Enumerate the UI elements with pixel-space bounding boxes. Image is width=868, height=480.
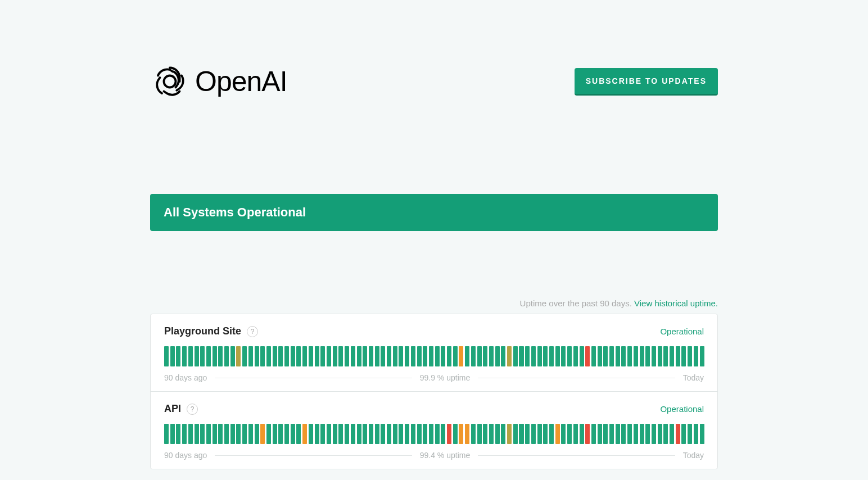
uptime-day-bar[interactable] — [266, 424, 271, 444]
uptime-day-bar[interactable] — [273, 346, 277, 366]
uptime-day-bar[interactable] — [381, 346, 385, 366]
uptime-day-bar[interactable] — [411, 424, 415, 444]
uptime-day-bar[interactable] — [357, 346, 361, 366]
uptime-day-bar[interactable] — [248, 424, 253, 444]
uptime-day-bar[interactable] — [260, 346, 265, 366]
uptime-day-bar[interactable] — [694, 424, 698, 444]
uptime-day-bar[interactable] — [525, 424, 530, 444]
uptime-day-bar[interactable] — [645, 424, 650, 444]
uptime-day-bar[interactable] — [561, 424, 566, 444]
uptime-day-bar[interactable] — [206, 346, 211, 366]
uptime-day-bar[interactable] — [195, 346, 199, 366]
uptime-day-bar[interactable] — [369, 424, 373, 444]
uptime-day-bar[interactable] — [224, 346, 229, 366]
uptime-day-bar[interactable] — [182, 346, 187, 366]
uptime-day-bar[interactable] — [519, 424, 523, 444]
uptime-day-bar[interactable] — [309, 346, 313, 366]
uptime-day-bar[interactable] — [315, 424, 319, 444]
uptime-day-bar[interactable] — [640, 424, 644, 444]
uptime-day-bar[interactable] — [453, 346, 458, 366]
uptime-day-bar[interactable] — [531, 346, 536, 366]
uptime-day-bar[interactable] — [375, 424, 379, 444]
uptime-day-bar[interactable] — [634, 346, 638, 366]
uptime-day-bar[interactable] — [585, 346, 590, 366]
uptime-day-bar[interactable] — [681, 346, 686, 366]
uptime-day-bar[interactable] — [507, 424, 512, 444]
uptime-day-bar[interactable] — [200, 424, 205, 444]
uptime-day-bar[interactable] — [573, 424, 578, 444]
uptime-day-bar[interactable] — [652, 346, 656, 366]
uptime-day-bar[interactable] — [435, 424, 440, 444]
uptime-day-bar[interactable] — [609, 424, 614, 444]
uptime-day-bar[interactable] — [573, 346, 578, 366]
uptime-day-bar[interactable] — [627, 424, 632, 444]
uptime-day-bar[interactable] — [501, 424, 505, 444]
uptime-day-bar[interactable] — [218, 346, 223, 366]
uptime-day-bar[interactable] — [188, 424, 193, 444]
uptime-day-bar[interactable] — [507, 346, 512, 366]
uptime-day-bar[interactable] — [327, 424, 331, 444]
uptime-day-bar[interactable] — [320, 424, 325, 444]
uptime-day-bar[interactable] — [645, 346, 650, 366]
uptime-day-bar[interactable] — [296, 346, 301, 366]
uptime-day-bar[interactable] — [489, 346, 494, 366]
uptime-day-bar[interactable] — [345, 346, 349, 366]
uptime-day-bar[interactable] — [537, 346, 542, 366]
uptime-day-bar[interactable] — [255, 424, 259, 444]
uptime-day-bar[interactable] — [176, 424, 180, 444]
uptime-day-bar[interactable] — [447, 346, 451, 366]
uptime-day-bar[interactable] — [688, 424, 692, 444]
uptime-day-bar[interactable] — [700, 346, 704, 366]
uptime-day-bar[interactable] — [700, 424, 704, 444]
uptime-day-bar[interactable] — [224, 424, 229, 444]
uptime-day-bar[interactable] — [537, 424, 542, 444]
uptime-day-bar[interactable] — [694, 346, 698, 366]
uptime-day-bar[interactable] — [242, 346, 247, 366]
uptime-day-bar[interactable] — [393, 424, 397, 444]
uptime-day-bar[interactable] — [357, 424, 361, 444]
uptime-day-bar[interactable] — [284, 424, 289, 444]
uptime-day-bar[interactable] — [369, 346, 373, 366]
uptime-day-bar[interactable] — [170, 424, 175, 444]
uptime-day-bar[interactable] — [652, 424, 656, 444]
uptime-day-bar[interactable] — [230, 346, 235, 366]
uptime-day-bar[interactable] — [333, 346, 337, 366]
uptime-day-bar[interactable] — [616, 424, 620, 444]
uptime-day-bar[interactable] — [213, 346, 217, 366]
uptime-day-bar[interactable] — [435, 346, 440, 366]
uptime-day-bar[interactable] — [447, 424, 451, 444]
uptime-day-bar[interactable] — [495, 424, 500, 444]
uptime-day-bar[interactable] — [616, 346, 620, 366]
uptime-day-bar[interactable] — [598, 424, 602, 444]
uptime-day-bar[interactable] — [188, 346, 193, 366]
uptime-day-bar[interactable] — [549, 346, 554, 366]
uptime-day-bar[interactable] — [585, 424, 590, 444]
uptime-day-bar[interactable] — [164, 346, 169, 366]
uptime-day-bar[interactable] — [278, 346, 283, 366]
uptime-day-bar[interactable] — [302, 424, 307, 444]
uptime-day-bar[interactable] — [230, 424, 235, 444]
uptime-day-bar[interactable] — [327, 346, 331, 366]
uptime-day-bar[interactable] — [363, 346, 367, 366]
uptime-day-bar[interactable] — [543, 424, 548, 444]
uptime-day-bar[interactable] — [477, 346, 482, 366]
uptime-day-bar[interactable] — [603, 346, 608, 366]
uptime-day-bar[interactable] — [670, 424, 674, 444]
uptime-day-bar[interactable] — [284, 346, 289, 366]
uptime-day-bar[interactable] — [170, 346, 175, 366]
uptime-day-bar[interactable] — [405, 346, 409, 366]
uptime-day-bar[interactable] — [580, 424, 584, 444]
uptime-day-bar[interactable] — [206, 424, 211, 444]
uptime-day-bar[interactable] — [519, 346, 523, 366]
uptime-day-bar[interactable] — [441, 424, 445, 444]
uptime-day-bar[interactable] — [387, 346, 391, 366]
help-icon[interactable]: ? — [187, 404, 198, 415]
uptime-day-bar[interactable] — [291, 424, 295, 444]
uptime-day-bar[interactable] — [236, 346, 241, 366]
uptime-day-bar[interactable] — [333, 424, 337, 444]
uptime-day-bar[interactable] — [200, 346, 205, 366]
historical-uptime-link[interactable]: View historical uptime. — [634, 298, 718, 308]
uptime-day-bar[interactable] — [634, 424, 638, 444]
uptime-day-bar[interactable] — [658, 346, 662, 366]
uptime-day-bar[interactable] — [242, 424, 247, 444]
